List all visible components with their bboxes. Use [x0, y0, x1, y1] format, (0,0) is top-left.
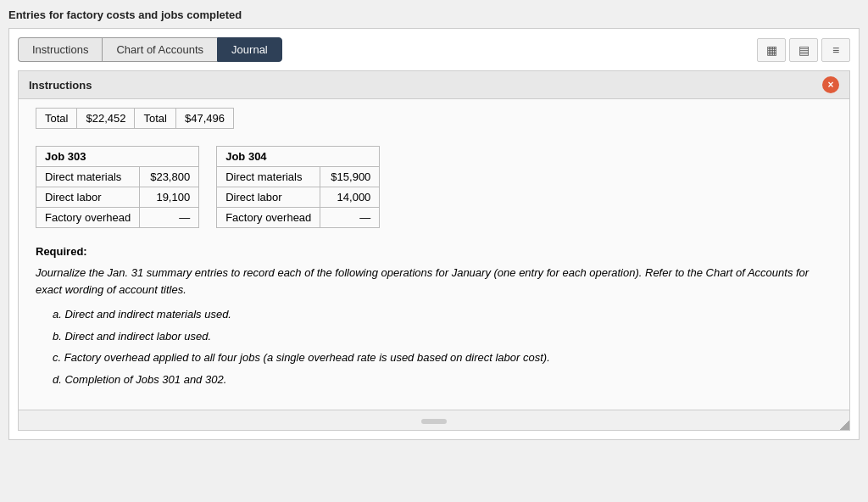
job-304-materials-value: $15,900	[320, 167, 380, 187]
list-icon: ≡	[832, 43, 839, 57]
job-303-header: Job 303	[36, 147, 199, 167]
table-icon: ▤	[798, 43, 810, 57]
tab-instructions[interactable]: Instructions	[18, 37, 102, 62]
job-303-overhead-label: Factory overhead	[36, 208, 140, 228]
job-304-labor-row: Direct labor 14,000	[217, 187, 380, 208]
job-304-materials-row: Direct materials $15,900	[217, 167, 380, 187]
close-icon: ×	[827, 79, 833, 91]
top-table: Total $22,452 Total $47,496	[36, 108, 234, 129]
job-303-table: Job 303 Direct materials $23,800 Direct …	[36, 146, 199, 228]
total-label-1: Total	[36, 109, 77, 129]
instructions-header-label: Instructions	[29, 79, 92, 92]
job-303-header-row: Job 303	[36, 147, 199, 167]
tabs-left: Instructions Chart of Accounts Journal	[18, 37, 282, 62]
total-label-2: Total	[135, 109, 175, 129]
job-303-materials-label: Direct materials	[36, 167, 140, 187]
tab-bar: Instructions Chart of Accounts Journal ▦…	[18, 37, 850, 62]
tab-chart-of-accounts[interactable]: Chart of Accounts	[102, 37, 217, 62]
job-304-overhead-value: —	[320, 208, 380, 228]
job-303-materials-value: $23,800	[140, 167, 199, 187]
top-table-section: Total $22,452 Total $47,496	[36, 108, 832, 129]
instructions-header-bar: Instructions ×	[19, 71, 849, 99]
tab-journal[interactable]: Journal	[217, 37, 282, 62]
scroll-bottom-bar	[19, 410, 849, 430]
job-303-overhead-value: —	[140, 208, 199, 228]
job-304-header: Job 304	[217, 147, 380, 167]
panel-view-button[interactable]: ▦	[757, 38, 786, 62]
job-304-table: Job 304 Direct materials $15,900 Direct …	[216, 146, 380, 228]
required-section: Required: Journalize the Jan. 31 summary…	[36, 245, 832, 388]
instructions-body: Total $22,452 Total $47,496 Job 303 Dire…	[19, 99, 849, 410]
jobs-section: Job 303 Direct materials $23,800 Direct …	[36, 146, 832, 228]
job-304-header-row: Job 304	[217, 147, 380, 167]
tabs-right: ▦ ▤ ≡	[757, 38, 850, 62]
page-title: Entries for factory costs and jobs compl…	[8, 8, 860, 21]
required-intro: Journalize the Jan. 31 summary entries t…	[36, 265, 832, 298]
resize-handle[interactable]	[839, 420, 849, 430]
job-304-labor-label: Direct labor	[217, 187, 320, 208]
total-value-2: $47,496	[175, 109, 233, 129]
job-303-labor-label: Direct labor	[36, 187, 140, 208]
required-label: Required:	[36, 245, 832, 258]
list-view-button[interactable]: ≡	[821, 38, 850, 62]
required-item-c: c. Factory overhead applied to all four …	[53, 349, 832, 366]
close-button[interactable]: ×	[822, 76, 839, 93]
job-303-overhead-row: Factory overhead —	[36, 208, 199, 228]
job-304-overhead-row: Factory overhead —	[217, 208, 380, 228]
job-304-overhead-label: Factory overhead	[217, 208, 320, 228]
table-view-button[interactable]: ▤	[789, 38, 818, 62]
table-row: Total $22,452 Total $47,496	[36, 109, 234, 129]
panel-icon: ▦	[766, 43, 777, 57]
job-304-labor-value: 14,000	[320, 187, 380, 208]
job-303-labor-value: 19,100	[140, 187, 199, 208]
job-303-materials-row: Direct materials $23,800	[36, 167, 199, 187]
job-303-labor-row: Direct labor 19,100	[36, 187, 199, 208]
scroll-indicator	[421, 419, 447, 424]
total-value-1: $22,452	[77, 109, 135, 129]
required-item-b: b. Direct and indirect labor used.	[53, 328, 832, 345]
required-item-d: d. Completion of Jobs 301 and 302.	[53, 371, 832, 388]
instructions-panel: Instructions × Total $22,452 Total $47,4…	[18, 70, 850, 431]
required-item-a: a. Direct and indirect materials used.	[53, 306, 832, 323]
job-304-materials-label: Direct materials	[217, 167, 320, 187]
outer-container: Instructions Chart of Accounts Journal ▦…	[8, 28, 860, 440]
